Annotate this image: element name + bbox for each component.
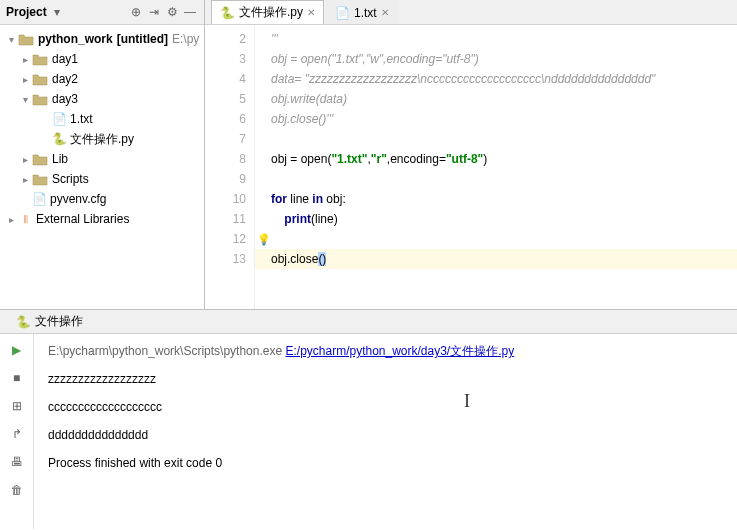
folder-label: Scripts [52, 172, 89, 186]
folder-icon [32, 172, 48, 186]
tree-day1[interactable]: ▸ day1 [0, 49, 204, 69]
line-number: 3 [205, 49, 246, 69]
folder-icon [32, 72, 48, 86]
expand-icon[interactable]: ▸ [18, 154, 32, 165]
collapse-icon[interactable]: ⇥ [146, 4, 162, 20]
code-area[interactable]: ''' obj = open("1.txt","w",encoding="utf… [255, 25, 737, 309]
text-file-icon: 📄 [52, 112, 66, 126]
tree-lib[interactable]: ▸ Lib [0, 149, 204, 169]
line-number: 5 [205, 89, 246, 109]
folder-label: Lib [52, 152, 68, 166]
line-number: 4 [205, 69, 246, 89]
dropdown-icon[interactable]: ▾ [49, 4, 65, 20]
console-title: 文件操作 [35, 313, 83, 330]
console-exit: Process finished with exit code 0 [48, 454, 723, 472]
folder-label: day3 [52, 92, 78, 106]
expand-icon[interactable]: ▾ [4, 34, 18, 45]
tab-file-py[interactable]: 🐍 文件操作.py ✕ [211, 0, 324, 24]
python-file-icon: 🐍 [52, 132, 66, 146]
tree-day3[interactable]: ▾ day3 [0, 89, 204, 109]
folder-icon [32, 152, 48, 166]
tree-extlib[interactable]: ▸ ⫴ External Libraries [0, 209, 204, 229]
code-text: obj = open("1.txt","w",encoding="utf-8") [271, 52, 479, 66]
editor-tabs: 🐍 文件操作.py ✕ 📄 1.txt ✕ [205, 0, 737, 25]
expand-icon[interactable]: ▸ [18, 54, 32, 65]
print-button[interactable]: 🖶 [7, 452, 27, 472]
expand-icon[interactable]: ▸ [4, 214, 18, 225]
trash-button[interactable]: 🗑 [7, 480, 27, 500]
python-file-icon: 🐍 [16, 315, 31, 329]
tab-file-txt[interactable]: 📄 1.txt ✕ [326, 0, 398, 24]
editor-panel: 🐍 文件操作.py ✕ 📄 1.txt ✕ 2 3 4 5 6 7 8 9 10 [205, 0, 737, 309]
console-output[interactable]: E:\pycharm\python_work\Scripts\python.ex… [34, 334, 737, 529]
expand-icon[interactable]: ▸ [18, 74, 32, 85]
code-text: obj.write(data) [271, 92, 347, 106]
code-text: "r" [371, 152, 387, 166]
line-number: 2 [205, 29, 246, 49]
tree-file-py[interactable]: 🐍 文件操作.py [0, 129, 204, 149]
console-text: E:\pycharm\python_work\Scripts\python.ex… [48, 344, 285, 358]
tree-file-txt[interactable]: 📄 1.txt [0, 109, 204, 129]
folder-label: day2 [52, 72, 78, 86]
line-number: 11 [205, 209, 246, 229]
file-label: 1.txt [70, 112, 93, 126]
code-text: "utf-8" [446, 152, 483, 166]
folder-icon [18, 32, 34, 46]
folder-icon [32, 52, 48, 66]
project-tree: ▾ python_work [untitled] E:\py ▸ day1 ▸ … [0, 25, 204, 233]
tree-day2[interactable]: ▸ day2 [0, 69, 204, 89]
line-number: 6 [205, 109, 246, 129]
line-gutter: 2 3 4 5 6 7 8 9 10 11 12 13 [205, 25, 255, 309]
library-icon: ⫴ [18, 212, 32, 226]
console-header: 🐍 文件操作 [0, 310, 737, 334]
line-number: 8 [205, 149, 246, 169]
rerun-button[interactable]: ▶ [7, 340, 27, 360]
file-label: pyvenv.cfg [50, 192, 106, 206]
code-text: obj: [323, 192, 346, 206]
console-line: E:\pycharm\python_work\Scripts\python.ex… [48, 342, 723, 360]
expand-icon[interactable]: ▸ [18, 174, 32, 185]
tree-pyvenv[interactable]: 📄 pyvenv.cfg [0, 189, 204, 209]
run-toolbar: ▶ ■ ⊞ ↱ 🖶 🗑 [0, 334, 34, 529]
hide-icon[interactable]: — [182, 4, 198, 20]
project-label: Project [6, 5, 47, 19]
project-panel: Project ▾ ⊕ ⇥ ⚙ — ▾ python_work [untitle… [0, 0, 205, 309]
tree-scripts[interactable]: ▸ Scripts [0, 169, 204, 189]
console-line: ddddddddddddddd [48, 426, 723, 444]
project-toolbar: Project ▾ ⊕ ⇥ ⚙ — [0, 0, 204, 25]
code-text: ,encoding= [387, 152, 446, 166]
root-name: python_work [38, 32, 113, 46]
line-number: 7 [205, 129, 246, 149]
root-path: E:\py [172, 32, 199, 46]
root-suffix: [untitled] [117, 32, 168, 46]
line-number: 9 [205, 169, 246, 189]
code-editor[interactable]: 2 3 4 5 6 7 8 9 10 11 12 13 ''' obj = op… [205, 25, 737, 309]
console-panel: ▶ ■ ⊞ ↱ 🖶 🗑 E:\pycharm\python_work\Scrip… [0, 334, 737, 529]
file-label: 文件操作.py [70, 131, 134, 148]
extlib-label: External Libraries [36, 212, 129, 226]
script-link[interactable]: E:/pycharm/python_work/day3/文件操作.py [285, 344, 514, 358]
code-text: data= "zzzzzzzzzzzzzzzzzz\nccccccccccccc… [271, 72, 655, 86]
tab-label: 1.txt [354, 6, 377, 20]
stop-button[interactable]: ■ [7, 368, 27, 388]
gear-icon[interactable]: ⚙ [164, 4, 180, 20]
python-file-icon: 🐍 [220, 6, 235, 20]
code-selection: () [318, 252, 326, 266]
line-number: 10 [205, 189, 246, 209]
export-button[interactable]: ↱ [7, 424, 27, 444]
tab-label: 文件操作.py [239, 4, 303, 21]
close-icon[interactable]: ✕ [307, 7, 315, 18]
lightbulb-icon[interactable]: 💡 [257, 229, 271, 249]
console-line: ccccccccccccccccccc [48, 398, 723, 416]
code-text: ) [483, 152, 487, 166]
collapse-icon[interactable]: ▾ [18, 94, 32, 105]
tree-root[interactable]: ▾ python_work [untitled] E:\py [0, 29, 204, 49]
code-text: obj.close()''' [271, 112, 333, 126]
folder-label: day1 [52, 52, 78, 66]
target-icon[interactable]: ⊕ [128, 4, 144, 20]
code-text: in [312, 192, 323, 206]
layout-button[interactable]: ⊞ [7, 396, 27, 416]
text-file-icon: 📄 [335, 6, 350, 20]
close-icon[interactable]: ✕ [381, 7, 389, 18]
code-text: obj = open( [271, 152, 331, 166]
